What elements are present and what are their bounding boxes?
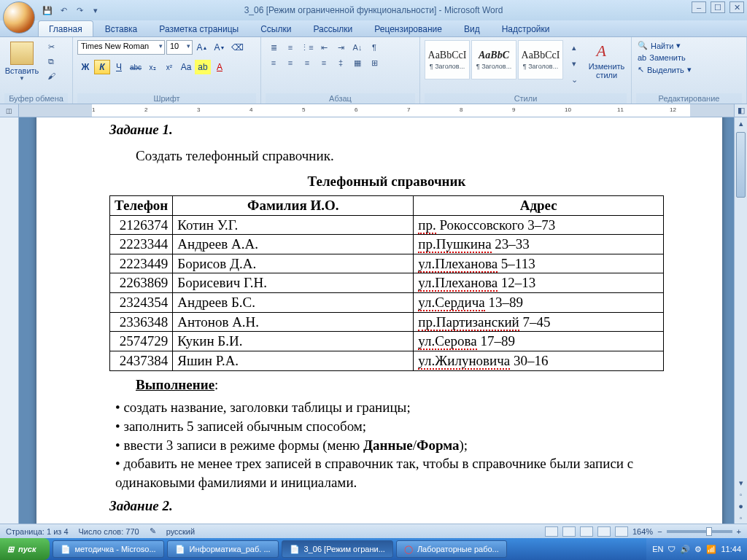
close-button[interactable]: ✕ bbox=[729, 1, 744, 13]
status-words[interactable]: Число слов: 770 bbox=[79, 527, 139, 536]
find-button[interactable]: 🔍Найти ▾ bbox=[636, 40, 693, 51]
zoom-out-icon[interactable]: − bbox=[657, 527, 662, 536]
align-center-icon[interactable]: ≡ bbox=[282, 55, 298, 70]
strike-button[interactable]: abc bbox=[128, 60, 144, 74]
undo-icon[interactable]: ↶ bbox=[57, 4, 70, 17]
page-viewport[interactable]: Задание 1. Создать телефонный справочник… bbox=[19, 117, 734, 524]
proofing-icon[interactable]: ✎ bbox=[150, 526, 156, 536]
lang-indicator[interactable]: EN bbox=[652, 545, 663, 553]
style-item-1[interactable]: AaBbCcI ¶ Заголов... bbox=[425, 40, 470, 79]
vertical-scrollbar[interactable]: ▴ ▾ ◦ ● ◦ bbox=[734, 117, 747, 524]
view-print-layout[interactable] bbox=[545, 526, 558, 537]
align-left-icon[interactable]: ≡ bbox=[266, 55, 282, 70]
taskbar-item-4[interactable]: ◯Лабораторные рабо... bbox=[396, 540, 507, 558]
underline-button[interactable]: Ч bbox=[111, 60, 127, 74]
tray-icon[interactable]: 📶 bbox=[706, 545, 716, 554]
tab-insert[interactable]: Вставка bbox=[95, 21, 148, 36]
italic-button[interactable]: К bbox=[94, 60, 110, 74]
show-marks-icon[interactable]: ¶ bbox=[366, 40, 382, 55]
view-draft[interactable] bbox=[615, 526, 628, 537]
tray-icon[interactable]: ⚙ bbox=[694, 545, 702, 554]
style-next-icon[interactable]: ▾ bbox=[566, 56, 582, 71]
bold-button[interactable]: Ж bbox=[77, 60, 93, 74]
vertical-ruler[interactable] bbox=[0, 117, 19, 524]
select-button[interactable]: ↖Выделить ▾ bbox=[636, 64, 693, 75]
multilevel-icon[interactable]: ⋮≡ bbox=[299, 40, 315, 55]
shrink-font-icon[interactable]: A▼ bbox=[212, 40, 228, 55]
tab-layout[interactable]: Разметка страницы bbox=[149, 21, 249, 36]
qat-more-icon[interactable]: ▾ bbox=[89, 4, 102, 17]
change-case-button[interactable]: Aa bbox=[178, 60, 194, 74]
copy-icon[interactable]: ⧉ bbox=[44, 55, 58, 68]
borders-icon[interactable]: ⊞ bbox=[366, 55, 382, 70]
style-item-2[interactable]: AaBbC ¶ Заголов... bbox=[471, 40, 516, 79]
indent-inc-icon[interactable]: ⇥ bbox=[333, 40, 349, 55]
tab-review[interactable]: Рецензирование bbox=[364, 21, 452, 36]
clear-format-icon[interactable]: ⌫ bbox=[229, 40, 245, 55]
font-family-combo[interactable]: Times New Roman bbox=[77, 40, 165, 55]
tab-home[interactable]: Главная bbox=[38, 20, 93, 36]
word-icon: 📄 bbox=[61, 545, 71, 554]
change-styles-button[interactable]: A Изменить стили bbox=[587, 40, 627, 81]
bullets-icon[interactable]: ≣ bbox=[266, 40, 282, 55]
ruler-corner[interactable]: ◫ bbox=[0, 104, 19, 117]
scroll-up-icon[interactable]: ▴ bbox=[735, 117, 747, 129]
format-painter-icon[interactable]: 🖌 bbox=[44, 69, 58, 82]
view-reading[interactable] bbox=[562, 526, 576, 537]
paste-button[interactable]: Вставить ▼ bbox=[4, 40, 39, 83]
cut-icon[interactable]: ✂ bbox=[44, 40, 58, 53]
taskbar-item-1[interactable]: 📄методичка - Microso... bbox=[53, 540, 164, 558]
save-icon[interactable]: 💾 bbox=[41, 4, 54, 17]
shading-icon[interactable]: ▦ bbox=[349, 55, 365, 70]
grow-font-icon[interactable]: A▲ bbox=[194, 40, 210, 55]
line-spacing-icon[interactable]: ‡ bbox=[333, 55, 349, 70]
sort-icon[interactable]: A↓ bbox=[349, 40, 365, 55]
tab-mailings[interactable]: Рассылки bbox=[303, 21, 363, 36]
scroll-down-icon[interactable]: ▾ bbox=[735, 477, 747, 489]
subscript-button[interactable]: x₂ bbox=[144, 60, 160, 74]
style-item-3[interactable]: AaBbCcI ¶ Заголов... bbox=[518, 40, 563, 79]
style-gallery[interactable]: AaBbCcI ¶ Заголов... AaBbC ¶ Заголов... … bbox=[425, 40, 584, 87]
browse-object-icon[interactable]: ● bbox=[735, 500, 747, 512]
heading-task1: Задание 1. bbox=[109, 120, 664, 139]
zoom-thumb[interactable] bbox=[706, 527, 712, 536]
status-page[interactable]: Страница: 1 из 4 bbox=[6, 527, 69, 536]
clock[interactable]: 11:44 bbox=[721, 545, 741, 553]
ruler-toggle-icon[interactable]: ◧ bbox=[734, 104, 747, 117]
maximize-button[interactable]: ☐ bbox=[711, 1, 725, 13]
zoom-in-icon[interactable]: + bbox=[737, 527, 741, 536]
style-more-icon[interactable]: ⌄ bbox=[566, 72, 582, 87]
align-justify-icon[interactable]: ≡ bbox=[316, 55, 332, 70]
superscript-button[interactable]: x² bbox=[161, 60, 177, 74]
office-button[interactable] bbox=[3, 1, 35, 34]
tray-icon[interactable]: 🔊 bbox=[680, 545, 690, 554]
align-right-icon[interactable]: ≡ bbox=[299, 55, 315, 70]
horizontal-ruler[interactable]: 123456789101112 bbox=[19, 104, 734, 117]
indent-dec-icon[interactable]: ⇤ bbox=[316, 40, 332, 55]
zoom-value[interactable]: 164% bbox=[632, 527, 653, 536]
style-prev-icon[interactable]: ▴ bbox=[566, 40, 582, 55]
highlight-button[interactable]: ab bbox=[195, 60, 211, 74]
tray-icon[interactable]: 🛡 bbox=[667, 545, 676, 553]
taskbar-item-3[interactable]: 📄3_06 [Режим ограни... bbox=[282, 540, 393, 558]
start-button[interactable]: ⊞пуск bbox=[0, 538, 50, 560]
redo-icon[interactable]: ↷ bbox=[73, 4, 86, 17]
tab-view[interactable]: Вид bbox=[454, 21, 490, 36]
view-outline[interactable] bbox=[597, 526, 611, 537]
zoom-slider[interactable] bbox=[667, 530, 732, 533]
status-language[interactable]: русский bbox=[166, 527, 195, 536]
minimize-button[interactable]: – bbox=[692, 1, 706, 13]
numbering-icon[interactable]: ≡ bbox=[282, 40, 298, 55]
tab-references[interactable]: Ссылки bbox=[250, 21, 301, 36]
taskbar-item-2[interactable]: 📄Информатика_раб. ... bbox=[167, 540, 279, 558]
document-page[interactable]: Задание 1. Создать телефонный справочник… bbox=[36, 117, 722, 524]
view-web[interactable] bbox=[580, 526, 593, 537]
font-color-button[interactable]: A bbox=[212, 60, 228, 74]
prev-page-icon[interactable]: ◦ bbox=[735, 489, 747, 500]
font-size-combo[interactable]: 10 bbox=[166, 40, 193, 55]
ruler-tick: 4 bbox=[249, 106, 252, 113]
next-page-icon[interactable]: ◦ bbox=[735, 512, 747, 524]
replace-button[interactable]: abЗаменить bbox=[636, 52, 693, 63]
tab-addins[interactable]: Надстройки bbox=[492, 21, 560, 36]
scroll-thumb[interactable] bbox=[736, 132, 746, 198]
